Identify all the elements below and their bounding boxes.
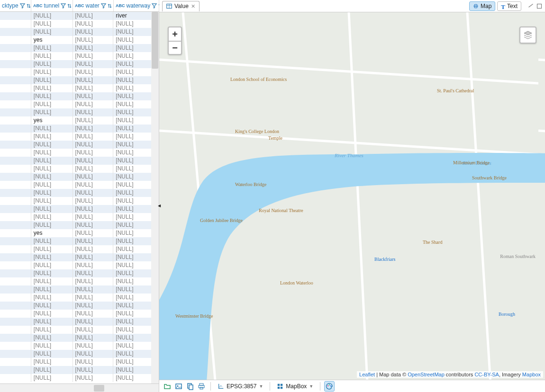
cell: [NULL] — [31, 173, 73, 181]
table-row[interactable]: [NULL][NULL][NULL] — [0, 173, 159, 181]
table-row[interactable]: [NULL][NULL][NULL] — [0, 84, 159, 92]
maximize-icon[interactable] — [536, 3, 542, 9]
export-image-button[interactable] — [173, 381, 184, 392]
tab-value[interactable]: Value ✕ — [162, 1, 200, 11]
filter-icon[interactable] — [152, 3, 157, 9]
filter-icon[interactable] — [61, 3, 66, 9]
table-row[interactable]: [NULL][NULL][NULL] — [0, 133, 159, 141]
table-row[interactable]: [NULL][NULL][NULL] — [0, 310, 159, 318]
cell: [NULL] — [73, 302, 114, 310]
cell: [NULL] — [31, 84, 73, 92]
map-canvas[interactable]: River Thames River Thames Temple London … — [159, 12, 545, 380]
cell: [NULL] — [31, 108, 73, 116]
cell: [NULL] — [73, 141, 114, 149]
table-row[interactable]: [NULL][NULL][NULL] — [0, 165, 159, 173]
cell — [0, 189, 31, 197]
table-row[interactable]: [NULL][NULL][NULL] — [0, 245, 159, 253]
cell: [NULL] — [31, 12, 73, 20]
zoom-out-button[interactable]: − — [169, 41, 181, 54]
grid-body[interactable]: [NULL][NULL]river[NULL][NULL][NULL][NULL… — [0, 12, 159, 383]
filter-icon[interactable] — [101, 3, 106, 9]
table-row[interactable]: [NULL][NULL][NULL] — [0, 68, 159, 76]
cell — [0, 302, 31, 310]
zoom-in-button[interactable]: + — [169, 27, 181, 41]
table-row[interactable]: [NULL][NULL]river — [0, 12, 159, 20]
table-row[interactable]: [NULL][NULL][NULL] — [0, 350, 159, 358]
filter-icon[interactable] — [20, 3, 25, 9]
table-row[interactable]: [NULL][NULL][NULL] — [0, 358, 159, 366]
table-row[interactable]: [NULL][NULL][NULL] — [0, 205, 159, 213]
table-row[interactable]: [NULL][NULL][NULL] — [0, 149, 159, 157]
crs-selector[interactable]: EPSG:3857 ▼ — [215, 383, 266, 390]
view-text-button[interactable]: T Text — [497, 1, 521, 11]
layers-button[interactable] — [519, 27, 536, 44]
table-row[interactable]: [NULL][NULL][NULL] — [0, 261, 159, 269]
sort-icon[interactable] — [67, 3, 72, 9]
column-header-cktype[interactable]: cktype — [0, 0, 31, 11]
link-leaflet[interactable]: Leaflet — [359, 372, 375, 377]
column-header-tunnel[interactable]: ABCtunnel — [31, 0, 73, 11]
poi-millennium: Millennium Bridge — [453, 160, 490, 165]
svg-rect-14 — [278, 386, 280, 388]
table-row[interactable]: [NULL][NULL][NULL] — [0, 181, 159, 189]
link-mapbox[interactable]: Mapbox — [522, 372, 541, 377]
table-row[interactable]: [NULL][NULL][NULL] — [0, 294, 159, 302]
table-row[interactable]: [NULL][NULL][NULL] — [0, 326, 159, 334]
sort-icon[interactable] — [107, 3, 112, 9]
table-row[interactable]: [NULL][NULL][NULL] — [0, 60, 159, 68]
table-row[interactable]: [NULL][NULL][NULL] — [0, 237, 159, 245]
minimize-icon[interactable] — [528, 3, 534, 9]
cell: [NULL] — [31, 253, 73, 261]
table-row[interactable]: [NULL][NULL][NULL] — [0, 197, 159, 205]
table-row[interactable]: [NULL][NULL][NULL] — [0, 157, 159, 165]
table-row[interactable]: [NULL][NULL][NULL] — [0, 20, 159, 28]
table-row[interactable]: [NULL][NULL][NULL] — [0, 334, 159, 342]
table-row[interactable]: [NULL][NULL][NULL] — [0, 92, 159, 100]
table-row[interactable]: [NULL][NULL][NULL] — [0, 366, 159, 374]
table-row[interactable]: [NULL][NULL][NULL] — [0, 318, 159, 326]
table-row[interactable]: [NULL][NULL][NULL] — [0, 221, 159, 229]
table-row[interactable]: [NULL][NULL][NULL] — [0, 100, 159, 108]
palette-button[interactable] — [324, 381, 335, 392]
table-row[interactable]: [NULL][NULL][NULL] — [0, 141, 159, 149]
view-map-button[interactable]: Map — [469, 1, 495, 11]
table-row[interactable]: [NULL][NULL][NULL] — [0, 342, 159, 350]
table-row[interactable]: [NULL][NULL][NULL] — [0, 52, 159, 60]
table-row[interactable]: yes[NULL][NULL] — [0, 116, 159, 125]
table-row[interactable]: [NULL][NULL][NULL] — [0, 28, 159, 36]
column-header-waterway[interactable]: ABCwaterway — [114, 0, 159, 11]
hscroll-thumb[interactable] — [94, 385, 104, 392]
table-row[interactable]: [NULL][NULL][NULL] — [0, 189, 159, 197]
table-row[interactable]: [NULL][NULL][NULL] — [0, 108, 159, 116]
tile-selector[interactable]: MapBox ▼ — [274, 383, 316, 390]
table-row[interactable]: [NULL][NULL][NULL] — [0, 374, 159, 382]
horizontal-scrollbar[interactable] — [0, 383, 159, 392]
close-icon[interactable]: ✕ — [191, 3, 195, 9]
cell: [NULL] — [31, 133, 73, 141]
open-file-button[interactable] — [162, 381, 173, 392]
table-row[interactable]: [NULL][NULL][NULL] — [0, 269, 159, 277]
cell: [NULL] — [31, 326, 73, 334]
table-row[interactable]: [NULL][NULL][NULL] — [0, 76, 159, 84]
poi-kcl: King's College London — [235, 129, 279, 134]
copy-button[interactable] — [185, 381, 195, 392]
table-row[interactable]: [NULL][NULL][NULL] — [0, 253, 159, 261]
table-row[interactable]: [NULL][NULL][NULL] — [0, 277, 159, 285]
link-ccbysa[interactable]: CC-BY-SA — [474, 372, 499, 377]
link-osm[interactable]: OpenStreetMap — [408, 372, 445, 377]
cell — [0, 237, 31, 245]
table-row[interactable]: [NULL][NULL][NULL] — [0, 302, 159, 310]
table-row[interactable]: yes[NULL][NULL] — [0, 36, 159, 44]
table-row[interactable]: [NULL][NULL][NULL] — [0, 213, 159, 221]
table-row[interactable]: [NULL][NULL][NULL] — [0, 125, 159, 133]
cell — [0, 108, 31, 116]
table-row[interactable]: yes[NULL][NULL] — [0, 229, 159, 237]
vscroll-thumb[interactable] — [152, 12, 158, 69]
poi-borough: Borough — [499, 312, 515, 317]
column-header-water[interactable]: ABCwater — [73, 0, 114, 11]
print-button[interactable] — [196, 381, 207, 392]
splitter-handle[interactable]: ◀ — [157, 196, 161, 215]
sort-icon[interactable] — [26, 3, 31, 9]
table-row[interactable]: [NULL][NULL][NULL] — [0, 285, 159, 294]
table-row[interactable]: [NULL][NULL][NULL] — [0, 44, 159, 52]
